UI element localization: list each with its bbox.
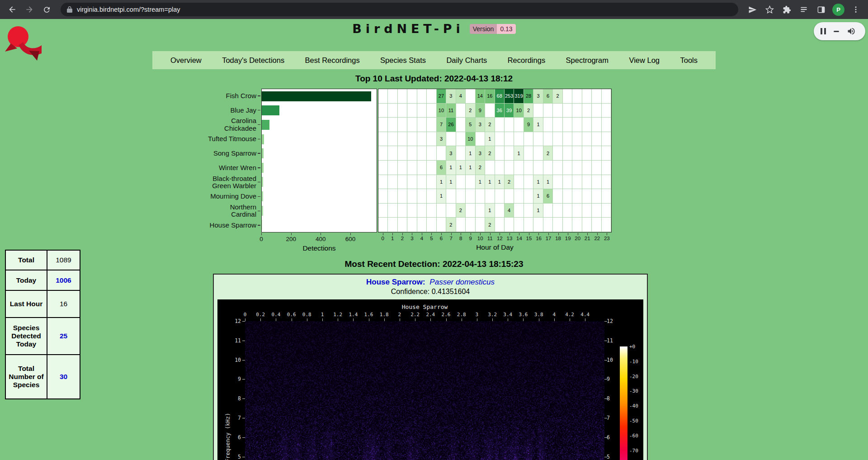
side-panel-button[interactable] bbox=[813, 2, 829, 17]
address-bar[interactable]: virginia.birdnetpi.com/?stream=play bbox=[61, 3, 738, 16]
top10-heading: Top 10 Last Updated: 2022-04-13 18:12 bbox=[0, 74, 868, 84]
heatmap-cell bbox=[427, 104, 436, 118]
browser-menu-button[interactable] bbox=[848, 2, 863, 17]
bar-tick-label: 0 bbox=[259, 236, 263, 242]
pause-icon[interactable] bbox=[821, 28, 826, 34]
nav-item-recordings[interactable]: Recordings bbox=[508, 56, 545, 65]
heatmap-cell bbox=[524, 218, 533, 232]
time-tick-label: 3.8 bbox=[534, 312, 543, 318]
volume-icon[interactable] bbox=[847, 27, 856, 36]
heatmap-cell bbox=[427, 132, 436, 147]
heatmap-cell bbox=[417, 104, 427, 118]
stats-table: Total1089Today1006Last Hour16Species Det… bbox=[5, 250, 80, 399]
detection-title: House Sparrow: Passer domesticus bbox=[214, 278, 647, 287]
species-label: Carolina Chickadee bbox=[181, 118, 260, 132]
detections-bar bbox=[262, 91, 371, 101]
freq-tick-label: 9 bbox=[607, 376, 610, 382]
detections-bar bbox=[262, 206, 263, 216]
forward-button[interactable] bbox=[22, 2, 37, 17]
heatmap-cell bbox=[466, 189, 475, 204]
heatmap-cell bbox=[495, 204, 505, 218]
nav-item-spectrogram[interactable]: Spectrogram bbox=[566, 56, 609, 65]
stat-value: 1089 bbox=[47, 250, 80, 270]
heatmap-cell bbox=[407, 89, 417, 104]
heatmap-cell: 3 bbox=[446, 89, 456, 104]
heatmap-cell: 14 bbox=[476, 89, 485, 104]
profile-avatar[interactable]: P bbox=[832, 4, 844, 16]
time-tick-label: 0.6 bbox=[287, 312, 296, 318]
species-label: Song Sparrow bbox=[181, 146, 260, 161]
back-button[interactable] bbox=[5, 2, 20, 17]
heatmap-cell bbox=[466, 175, 475, 190]
heatmap-cell bbox=[572, 175, 582, 190]
stat-value[interactable]: 25 bbox=[47, 318, 80, 355]
heatmap-cell: 1 bbox=[466, 146, 475, 161]
bar-row bbox=[262, 118, 377, 132]
nav-item-view-log[interactable]: View Log bbox=[629, 56, 660, 65]
species-link[interactable]: House Sparrow: bbox=[366, 278, 425, 287]
heatmap-cell: 2 bbox=[485, 146, 495, 161]
heatmap-cell: 2 bbox=[485, 218, 495, 232]
nav-item-species-stats[interactable]: Species Stats bbox=[380, 56, 426, 65]
stat-value[interactable]: 1006 bbox=[47, 270, 80, 290]
heatmap-cell: 28 bbox=[524, 89, 533, 104]
heatmap-cell bbox=[378, 146, 388, 161]
heatmap-cell bbox=[572, 189, 582, 204]
heatmap-cell bbox=[466, 204, 475, 218]
freq-tick-label: 9 bbox=[217, 376, 241, 382]
bar-row bbox=[262, 104, 377, 118]
heatmap-cell bbox=[533, 132, 543, 147]
heatmap-cell: 9 bbox=[476, 104, 485, 118]
heatmap-cell bbox=[582, 161, 592, 175]
extension-lines-button[interactable] bbox=[796, 2, 811, 17]
heatmap-cell bbox=[466, 218, 475, 232]
heatmap-cell bbox=[388, 89, 397, 104]
heatmap-cell bbox=[427, 161, 436, 175]
heatmap-cell bbox=[582, 204, 592, 218]
heatmap-cell: 6 bbox=[543, 89, 553, 104]
db-tick-label: -60 bbox=[629, 433, 638, 439]
bar-tick-label: 200 bbox=[286, 236, 296, 242]
species-label: Fish Crow bbox=[181, 89, 260, 103]
stat-label: Total bbox=[5, 250, 47, 270]
heatmap-cell bbox=[572, 118, 582, 132]
heatmap-cell bbox=[592, 118, 601, 132]
send-button[interactable] bbox=[745, 2, 760, 17]
heatmap-cell bbox=[563, 189, 572, 204]
audio-player[interactable] bbox=[814, 22, 865, 40]
page-header: BirdNET-Pi Version 0.13 bbox=[0, 22, 868, 36]
heatmap-cell bbox=[378, 189, 388, 204]
extensions-button[interactable] bbox=[779, 2, 794, 17]
hour-tick-label: 14 bbox=[514, 236, 524, 241]
species-axis: Fish CrowBlue JayCarolina ChickadeeTufte… bbox=[181, 89, 260, 232]
heatmap-cell bbox=[427, 89, 436, 104]
detection-panel: House Sparrow: Passer domesticus Confide… bbox=[213, 274, 648, 460]
heatmap-cell bbox=[524, 146, 533, 161]
nav-item-daily-charts[interactable]: Daily Charts bbox=[446, 56, 487, 65]
nav-item-best-recordings[interactable]: Best Recordings bbox=[305, 56, 360, 65]
time-tick-label: 1.4 bbox=[349, 312, 358, 318]
heatmap-cell: 2 bbox=[543, 146, 553, 161]
heatmap-cell bbox=[602, 132, 611, 147]
bookmark-button[interactable] bbox=[762, 2, 777, 17]
heatmap-cell bbox=[476, 218, 485, 232]
heatmap-cell: 1 bbox=[543, 175, 553, 190]
detections-bar bbox=[262, 120, 269, 130]
frequency-axis-label: Frequency (kHz) bbox=[225, 413, 231, 460]
stat-value[interactable]: 30 bbox=[47, 355, 80, 399]
reload-button[interactable] bbox=[39, 2, 54, 17]
heatmap-cell bbox=[476, 204, 485, 218]
heatmap-cell bbox=[514, 218, 524, 232]
hour-tick-label: 0 bbox=[378, 236, 388, 241]
heatmap-cell: 6 bbox=[437, 161, 446, 175]
freq-tick-label: 11 bbox=[607, 337, 613, 344]
heatmap-cell bbox=[582, 146, 592, 161]
scientific-name-link[interactable]: Passer domesticus bbox=[429, 278, 495, 287]
heatmap-cell bbox=[388, 118, 397, 132]
heatmap-cell bbox=[398, 161, 407, 175]
heatmap-cell bbox=[398, 89, 407, 104]
nav-item-tools[interactable]: Tools bbox=[680, 56, 698, 65]
nav-item-overview[interactable]: Overview bbox=[170, 56, 202, 65]
nav-item-today-s-detections[interactable]: Today's Detections bbox=[222, 56, 284, 65]
heatmap-cell bbox=[388, 146, 397, 161]
